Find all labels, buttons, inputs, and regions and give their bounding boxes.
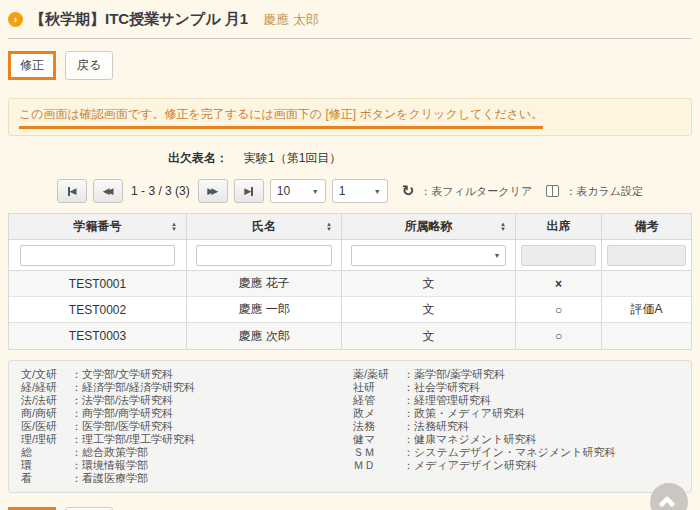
legend-item: 健マ：健康マネジメント研究科 — [353, 433, 679, 446]
legend-item: 看：看護医療学部 — [21, 472, 353, 485]
user-name: 慶應 太郎 — [263, 11, 319, 29]
sort-icon[interactable]: ▲▼ — [171, 222, 177, 232]
cell-affiliation: 文 — [342, 323, 516, 349]
filter-affiliation-select[interactable]: ▼ — [351, 245, 507, 266]
filter-clear-refresh-icon[interactable]: ↻ — [402, 182, 415, 200]
cell-name: 慶應 次郎 — [187, 323, 342, 349]
cell-student-id: TEST0001 — [9, 271, 187, 296]
pagination-bar: ◀ ◀◀ 1 - 3 / 3 (3) ▶▶ ▶ 10 ▼ 1 ▼ ↻ ：表フィル… — [8, 179, 692, 203]
column-settings-label: ：表カラム設定 — [565, 184, 643, 199]
sort-icon[interactable]: ▲▼ — [500, 222, 506, 232]
sheet-name-label: 出欠表名： — [168, 150, 228, 167]
pagination-range-text: 1 - 3 / 3 (3) — [131, 184, 190, 198]
legend-item: 医/医研：医学部/医学研究科 — [21, 420, 353, 433]
attendance-table: 学籍番号 ▲▼ 氏名 ▲▼ 所属略称 ▲▼ 出席 備考 ▼ — [8, 213, 692, 350]
legend-item: 商/商研：商学部/商学研究科 — [21, 407, 353, 420]
last-page-button[interactable]: ▶ — [234, 179, 264, 203]
legend-item: 法務：法務研究科 — [353, 420, 679, 433]
table-header-row: 学籍番号 ▲▼ 氏名 ▲▼ 所属略称 ▲▼ 出席 備考 — [9, 214, 691, 240]
filter-student-id-input[interactable] — [20, 245, 176, 266]
back-button-top[interactable]: 戻る — [65, 51, 113, 80]
cell-attendance: ○ — [516, 297, 602, 322]
legend-item: 薬/薬研：薬学部/薬学研究科 — [353, 368, 679, 381]
first-page-button[interactable]: ◀ — [57, 179, 87, 203]
sheet-name-row: 出欠表名： 実験1（第1回目） — [8, 150, 692, 167]
chevron-down-icon: ▼ — [374, 188, 381, 195]
legend-right-column: 薬/薬研：薬学部/薬学研究科 社研：社会学研究科 経管：経理管理研究科 政メ：政… — [353, 368, 679, 485]
last-page-arrow-icon: ▶ — [244, 186, 251, 196]
column-header-student-id[interactable]: 学籍番号 ▲▼ — [9, 214, 187, 239]
cell-note: 評価A — [602, 297, 691, 322]
sheet-name-value: 実験1（第1回目） — [244, 150, 341, 167]
prev-page-button[interactable]: ◀◀ — [93, 179, 123, 203]
cell-student-id: TEST0002 — [9, 297, 187, 322]
table-row[interactable]: TEST0002 慶應 一郎 文 ○ 評価A — [9, 297, 691, 323]
cell-affiliation: 文 — [342, 297, 516, 322]
page-number-select[interactable]: 1 ▼ — [332, 179, 388, 203]
table-filter-row: ▼ — [9, 240, 691, 271]
legend-item: 法/法研：法学部/法学研究科 — [21, 394, 353, 407]
legend-item: 環：環境情報学部 — [21, 459, 353, 472]
legend-item: ＭＤ：メディアデザイン研究科 — [353, 459, 679, 472]
last-page-icon — [251, 187, 253, 196]
table-row[interactable]: TEST0001 慶應 花子 文 × — [9, 271, 691, 297]
cell-name: 慶應 花子 — [187, 271, 342, 296]
sort-icon[interactable]: ▲▼ — [326, 222, 332, 232]
first-page-arrow-icon: ◀ — [70, 186, 77, 196]
next-page-button[interactable]: ▶▶ — [198, 179, 228, 203]
column-header-name[interactable]: 氏名 ▲▼ — [187, 214, 342, 239]
page-size-value: 10 — [277, 184, 290, 198]
chevron-down-icon: ▼ — [493, 252, 500, 259]
legend-left-column: 文/文研：文学部/文学研究科 経/経研：経済学部/経済学研究科 法/法研：法学部… — [21, 368, 353, 485]
cell-student-id: TEST0003 — [9, 323, 187, 349]
top-action-bar: 修正 戻る — [8, 51, 692, 80]
page-header: › 【秋学期】ITC授業サンプル 月1 慶應 太郎 — [8, 0, 692, 38]
chevron-down-icon: ▼ — [312, 188, 319, 195]
cell-note — [602, 271, 691, 296]
table-columns-icon[interactable] — [546, 185, 559, 197]
legend-item: 政メ：政策・メディア研究科 — [353, 407, 679, 420]
column-header-affiliation[interactable]: 所属略称 ▲▼ — [342, 214, 516, 239]
column-header-attendance: 出席 — [516, 214, 602, 239]
legend-item: 文/文研：文学部/文学研究科 — [21, 368, 353, 381]
column-header-note: 備考 — [602, 214, 691, 239]
filter-name-input[interactable] — [196, 245, 332, 266]
cell-attendance: × — [516, 271, 602, 296]
legend-item: 総：総合政策学部 — [21, 446, 353, 459]
cell-attendance: ○ — [516, 323, 602, 349]
affiliation-legend-box: 文/文研：文学部/文学研究科 経/経研：経済学部/経済学研究科 法/法研：法学部… — [8, 360, 692, 493]
filter-attendance-input — [521, 245, 596, 266]
prev-page-icon: ◀◀ — [103, 186, 114, 196]
legend-item: 社研：社会学研究科 — [353, 381, 679, 394]
modify-button-top[interactable]: 修正 — [8, 51, 56, 80]
page-number-value: 1 — [339, 184, 346, 198]
cell-note — [602, 323, 691, 349]
next-page-icon: ▶▶ — [207, 186, 218, 196]
page-size-select[interactable]: 10 ▼ — [270, 179, 326, 203]
header-divider — [8, 38, 692, 39]
table-row[interactable]: TEST0003 慶應 次郎 文 ○ — [9, 323, 691, 349]
cell-name: 慶應 一郎 — [187, 297, 342, 322]
confirmation-notice-text: この画面は確認画面です。修正を完了するには画面下の [修正] ボタンをクリックし… — [19, 106, 543, 129]
legend-item: 経/経研：経済学部/経済学研究科 — [21, 381, 353, 394]
chevron-right-icon: › — [8, 12, 23, 27]
legend-item: 経管：経理管理研究科 — [353, 394, 679, 407]
filter-note-input — [607, 245, 685, 266]
confirmation-notice-box: この画面は確認画面です。修正を完了するには画面下の [修正] ボタンをクリックし… — [8, 98, 692, 136]
legend-item: ＳＭ：システムデザイン・マネジメント研究科 — [353, 446, 679, 459]
page-title: 【秋学期】ITC授業サンプル 月1 — [30, 10, 248, 29]
filter-clear-label: ：表フィルタークリア — [420, 184, 532, 199]
cell-affiliation: 文 — [342, 271, 516, 296]
legend-item: 理/理研：理工学部/理工学研究科 — [21, 433, 353, 446]
chevron-up-icon — [659, 496, 676, 510]
